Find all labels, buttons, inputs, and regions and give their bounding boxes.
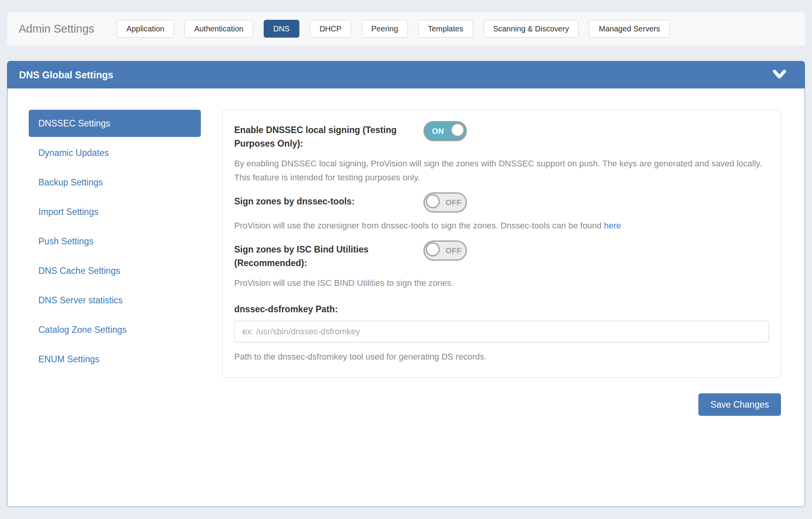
setting-description: By enabling DNSSEC local signing, ProVis… [234, 157, 769, 185]
admin-settings-toolbar: Admin Settings ApplicationAuthentication… [7, 12, 805, 46]
dsfromkey-path-label: dnssec-dsfromkey Path: [234, 304, 769, 315]
toggle-state-label: OFF [446, 198, 462, 207]
toggle-knob [451, 123, 465, 137]
page-title: Admin Settings [19, 22, 94, 35]
dnssec-tools-toggle[interactable]: OFF [423, 192, 467, 213]
dnssec-settings-form: Enable DNSSEC local signing (Testing Pur… [222, 110, 781, 378]
setting-description: ProVision will use the zonesigner from d… [234, 219, 769, 233]
tab-scanning-discovery[interactable]: Scanning & Discovery [484, 20, 579, 38]
sidebar-item-backup-settings[interactable]: Backup Settings [29, 169, 201, 196]
sidebar-item-dynamic-updates[interactable]: Dynamic Updates [29, 139, 201, 166]
toggle-state-label: ON [432, 127, 444, 136]
setting-label: Sign zones by dnssec-tools: [234, 195, 423, 208]
toggle-knob [426, 242, 440, 256]
dnssec-tools-link[interactable]: here [604, 221, 621, 230]
dns-settings-sidebar: DNSSEC SettingsDynamic UpdatesBackup Set… [29, 110, 201, 507]
tab-dns[interactable]: DNS [264, 20, 299, 38]
dns-global-settings-panel: DNS Global Settings DNSSEC SettingsDynam… [7, 61, 805, 507]
setting-label: Enable DNSSEC local signing (Testing Pur… [234, 123, 423, 151]
sidebar-item-dns-cache-settings[interactable]: DNS Cache Settings [29, 257, 201, 284]
panel-collapse-button[interactable] [773, 69, 786, 81]
setting-row-dnssec-tools: Sign zones by dnssec-tools: OFF [234, 195, 769, 213]
save-changes-button[interactable]: Save Changes [698, 393, 781, 416]
settings-content: Enable DNSSEC local signing (Testing Pur… [222, 110, 781, 507]
sidebar-item-dns-server-statistics[interactable]: DNS Server statistics [29, 287, 201, 314]
tab-peering[interactable]: Peering [362, 20, 408, 38]
sidebar-item-push-settings[interactable]: Push Settings [29, 228, 201, 255]
setting-row-isc-bind: Sign zones by ISC Bind Utilities (Recomm… [234, 243, 769, 270]
chevron-down-icon [773, 69, 786, 81]
panel-body: DNSSEC SettingsDynamic UpdatesBackup Set… [7, 88, 805, 507]
dsfromkey-path-input[interactable] [234, 321, 769, 343]
setting-description: ProVision will use the ISC BIND Utilitie… [234, 276, 769, 290]
description-text: ProVision will use the zonesigner from d… [234, 221, 604, 230]
tab-dhcp[interactable]: DHCP [310, 20, 351, 38]
tab-application[interactable]: Application [117, 20, 174, 38]
sidebar-item-dnssec-settings[interactable]: DNSSEC Settings [29, 110, 201, 137]
sidebar-item-catalog-zone-settings[interactable]: Catalog Zone Settings [29, 316, 201, 343]
panel-title: DNS Global Settings [19, 69, 113, 81]
tab-bar: ApplicationAuthenticationDNSDHCPPeeringT… [117, 20, 670, 38]
save-row: Save Changes [222, 393, 781, 416]
tab-managed-servers[interactable]: Managed Servers [589, 20, 670, 38]
toggle-knob [426, 194, 440, 208]
tab-templates[interactable]: Templates [418, 20, 473, 38]
panel-header: DNS Global Settings [7, 61, 805, 88]
toggle-state-label: OFF [446, 246, 462, 255]
dsfromkey-path-help: Path to the dnssec-dsfromkey tool used f… [234, 352, 769, 362]
sidebar-item-import-settings[interactable]: Import Settings [29, 198, 201, 225]
sidebar-item-enum-settings[interactable]: ENUM Settings [29, 346, 201, 373]
setting-label: Sign zones by ISC Bind Utilities (Recomm… [234, 243, 423, 270]
local-signing-toggle[interactable]: ON [423, 121, 467, 141]
setting-row-local-signing: Enable DNSSEC local signing (Testing Pur… [234, 123, 769, 151]
tab-authentication[interactable]: Authentication [185, 20, 253, 38]
isc-bind-toggle[interactable]: OFF [423, 240, 467, 261]
